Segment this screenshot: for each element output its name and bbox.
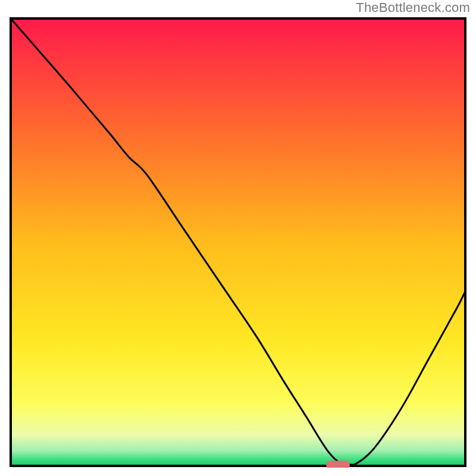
watermark-text: TheBottleneck.com: [356, 0, 470, 15]
chart-container: TheBottleneck.com: [0, 0, 476, 476]
plot-svg: [9, 17, 467, 468]
plot-area: [9, 17, 467, 468]
gradient-background: [11, 18, 465, 466]
optimal-point-marker: [326, 461, 350, 468]
